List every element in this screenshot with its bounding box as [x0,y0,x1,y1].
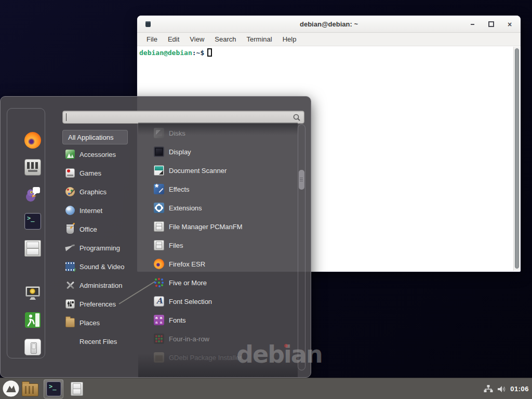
system-tray: 01:06 [484,378,529,399]
terminal-scrollbar[interactable] [513,47,520,271]
favorite-firefox[interactable] [24,132,41,149]
menu-item-document-scanner[interactable]: Document Scanner [150,164,297,177]
maximize-icon[interactable] [487,21,495,28]
search-box[interactable] [62,111,304,124]
application-label: Extensions [169,204,202,212]
terminal-menubar: File Edit View Search Terminal Help [137,33,521,46]
menu-item-font-selection[interactable]: Font Selection [150,295,297,308]
menu-button[interactable] [2,380,20,397]
favorite-file-manager[interactable] [24,240,41,257]
category-item-sound-video[interactable]: Sound & Video [62,260,149,273]
category-label: Recent Files [79,338,117,345]
application-label: Files [169,242,183,249]
category-label: Games [79,169,101,177]
category-item-programming[interactable]: Programming [62,241,149,255]
category-item-preferences[interactable]: Preferences [62,297,149,311]
five-or-more-icon [154,277,164,288]
category-item-internet[interactable]: Internet [62,204,149,217]
application-label: Disks [169,129,185,137]
terminal-titlebar[interactable]: debian@debian: ~ × [137,16,521,33]
menu-item-gdebi-package-installer[interactable]: GDebi Package Installer [150,351,297,364]
four-in-a-row-icon [154,334,164,344]
file-cabinet-icon [154,240,164,250]
menu-item-firefox-esr[interactable]: Firefox ESR [150,257,297,271]
file-manager-launcher[interactable] [22,383,38,396]
terminal-launcher-active[interactable] [44,379,63,398]
category-item-games[interactable]: Games [62,166,149,180]
menu-scrollbar-handle[interactable] [299,170,304,190]
pidgin-icon [24,186,41,203]
menu-view[interactable]: View [184,33,209,45]
network-icon[interactable] [484,385,493,393]
category-item-recent-files[interactable]: Recent Files [62,335,149,348]
search-input[interactable] [66,113,292,121]
terminal-scrollbar-handle[interactable] [515,48,519,269]
category-item-office[interactable]: Office [62,222,149,236]
category-item-graphics[interactable]: Graphics [62,185,149,198]
category-item-accessories[interactable]: Accessories [62,148,149,161]
application-label: Display [169,148,191,156]
category-label: Places [79,319,100,327]
terminal-app-icon [145,21,151,27]
taskbar: 01:06 [0,378,532,399]
files-launcher[interactable] [71,382,83,396]
menu-terminal[interactable]: Terminal [242,33,277,45]
sound-video-icon [65,262,75,271]
application-label: Document Scanner [169,167,227,175]
terminal-icon [24,213,41,230]
all-applications-label: All Applications [68,134,113,141]
application-label: Firefox ESR [169,260,205,268]
menu-search[interactable]: Search [209,33,241,45]
favorite-software[interactable] [24,159,41,176]
category-item-administration[interactable]: Administration [62,278,149,292]
category-label: Programming [79,244,120,252]
application-label: Effects [169,185,190,193]
menu-edit[interactable]: Edit [163,33,184,45]
minimize-icon[interactable] [469,21,476,28]
category-label: Sound & Video [79,263,125,271]
menu-item-four-in-a-row[interactable]: Four-in-a-row [150,332,297,345]
menu-item-display[interactable]: Display [150,145,297,158]
prompt-user-host: debian@debian [139,49,192,57]
extensions-icon [154,203,164,213]
office-icon [66,224,74,234]
menu-file[interactable]: File [141,33,163,45]
category-item-places[interactable]: Places [62,316,149,329]
category-label: Preferences [79,300,116,308]
favorite-terminal[interactable] [24,213,41,230]
file-cabinet-icon [24,240,41,257]
clock[interactable]: 01:06 [510,385,529,393]
font-selection-icon [154,296,164,307]
category-label: Accessories [79,151,116,158]
menu-item-fonts[interactable]: Fonts [150,313,297,327]
category-label: Internet [79,207,102,215]
favorite-pidgin[interactable] [24,186,41,203]
favorite-log-out[interactable] [24,312,41,328]
application-label: GDebi Package Installer [169,354,242,362]
desktop: debian@debian: ~ × File Edit View Search… [0,0,532,399]
administration-icon [65,281,75,290]
category-item-all-applications[interactable]: All Applications [62,130,128,144]
menu-item-five-or-more[interactable]: Five or More [150,276,297,289]
favorite-lock-screen[interactable] [24,285,41,301]
shell-prompt: debian@debian:~$ [139,48,212,57]
menu-help[interactable]: Help [277,33,302,45]
menu-item-extensions[interactable]: Extensions [150,201,297,215]
display-icon [154,147,164,157]
file-cabinet-icon [154,221,164,232]
close-icon[interactable]: × [506,21,513,28]
menu-item-effects[interactable]: Effects [150,182,297,196]
favorite-shut-down[interactable] [24,339,41,355]
folder-icon [22,383,38,396]
menu-scrollbar[interactable] [298,124,305,370]
application-label: File Manager PCManFM [169,223,243,231]
menu-item-disks[interactable]: Disks [150,126,297,140]
favorites-panel [7,108,45,358]
menu-item-file-manager-pcmanfm[interactable]: File Manager PCManFM [150,220,297,233]
menu-item-files[interactable]: Files [150,238,297,252]
volume-icon[interactable] [497,385,506,393]
text-cursor [207,48,212,57]
places-icon [65,318,75,327]
application-label: Font Selection [169,298,212,305]
category-label: Office [79,225,97,233]
